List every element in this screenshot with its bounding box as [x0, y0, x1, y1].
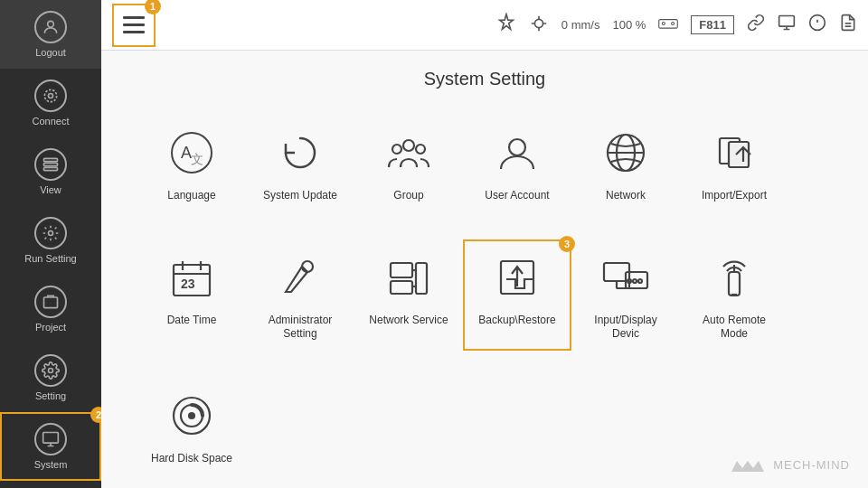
setting-item-backup-restore[interactable]: Backup\Restore 3	[463, 239, 571, 351]
svg-text:23: 23	[181, 277, 195, 291]
sidebar-item-project[interactable]: Project	[0, 275, 101, 343]
model-label: F811	[691, 15, 734, 34]
sidebar-item-label: View	[40, 184, 61, 195]
setting-label-language: Language	[167, 189, 215, 203]
main-area: 1 0 mm/s 100 % F8	[101, 0, 868, 488]
sidebar-item-label: Project	[35, 322, 66, 333]
svg-point-14	[672, 23, 675, 25]
setting-label-network-service: Network Service	[369, 314, 448, 328]
svg-point-24	[403, 140, 414, 151]
setting-label-user-account: User Account	[485, 189, 549, 203]
setting-label-administrator-setting: Administrator Setting	[269, 314, 333, 342]
user-account-icon	[488, 124, 546, 182]
setting-item-system-update[interactable]: System Update	[246, 115, 354, 212]
setting-label-hard-disk-space: Hard Disk Space	[151, 452, 232, 466]
backup-restore-icon	[488, 249, 546, 306]
setting-label-group: Group	[393, 189, 423, 203]
topbar-link-button[interactable]	[747, 14, 765, 36]
date-time-icon: 23	[163, 249, 221, 306]
sidebar-item-shutdown[interactable]: Shutdown	[0, 481, 101, 488]
topbar-info: 0 mm/s 100 % F811	[496, 13, 857, 37]
backup-restore-badge: 3	[559, 236, 575, 252]
svg-point-56	[189, 413, 194, 418]
sidebar-item-run-setting[interactable]: Run Setting	[0, 206, 101, 275]
svg-rect-42	[416, 263, 427, 294]
svg-text:文: 文	[191, 152, 203, 166]
svg-rect-32	[729, 142, 749, 167]
svg-point-50	[633, 279, 637, 283]
setting-label-input-display: Input/Display Devic	[580, 314, 671, 342]
system-update-icon	[271, 124, 329, 182]
project-icon	[34, 286, 67, 318]
menu-bar-2	[123, 23, 145, 26]
svg-rect-41	[391, 281, 412, 294]
robot-icon	[658, 16, 678, 33]
sidebar-item-view[interactable]: View	[0, 137, 101, 206]
sidebar-item-label: Run Setting	[24, 253, 76, 264]
topbar-info-button[interactable]	[808, 14, 826, 36]
svg-rect-9	[43, 433, 59, 444]
sidebar-item-label: Setting	[35, 390, 66, 401]
setting-label-import-export: Import/Export	[702, 189, 767, 203]
settings-grid: A 文 Language System Update	[137, 115, 832, 474]
setting-item-network[interactable]: Network	[571, 115, 680, 212]
svg-point-1	[49, 94, 53, 99]
page-title: System Setting	[137, 69, 832, 89]
hard-disk-space-icon	[163, 387, 221, 445]
svg-point-25	[392, 145, 401, 154]
topbar-percent: 100 %	[612, 18, 646, 32]
svg-rect-4	[44, 163, 58, 165]
language-icon: A 文	[163, 124, 221, 182]
network-service-icon	[380, 249, 438, 306]
setting-item-user-account[interactable]: User Account	[463, 115, 571, 212]
topbar-display-button[interactable]	[778, 14, 796, 36]
setting-item-date-time[interactable]: 23 Date Time	[137, 239, 246, 351]
setting-item-input-display[interactable]: Input/Display Devic	[571, 239, 680, 351]
setting-label-backup-restore: Backup\Restore	[478, 314, 555, 328]
menu-badge: 1	[145, 0, 161, 14]
sidebar-item-connect[interactable]: Connect	[0, 69, 101, 137]
sidebar-item-system[interactable]: System 2	[0, 412, 101, 481]
import-export-icon	[705, 124, 763, 182]
setting-icon	[34, 354, 67, 387]
setting-label-network: Network	[606, 189, 646, 203]
setting-item-administrator-setting[interactable]: Administrator Setting	[246, 239, 354, 351]
topbar-doc-button[interactable]	[839, 14, 857, 36]
sidebar: Logout Connect View Run Setting	[0, 0, 101, 488]
setting-label-system-update: System Update	[263, 189, 337, 203]
system-icon	[34, 423, 67, 455]
setting-item-language[interactable]: A 文 Language	[137, 115, 246, 212]
network-icon	[597, 124, 655, 182]
input-display-icon	[597, 249, 655, 306]
connect-status-icon	[496, 13, 516, 37]
content-area: System Setting A 文 Language	[101, 51, 868, 488]
sidebar-item-setting[interactable]: Setting	[0, 343, 101, 412]
svg-rect-3	[44, 158, 58, 161]
svg-point-27	[509, 139, 525, 155]
svg-rect-52	[729, 272, 740, 296]
setting-item-import-export[interactable]: Import/Export	[680, 115, 788, 212]
topbar-speed-icon	[529, 14, 549, 36]
svg-rect-12	[659, 20, 678, 29]
setting-item-auto-remote-mode[interactable]: Auto Remote Mode	[680, 239, 788, 351]
menu-button[interactable]: 1	[112, 4, 156, 47]
menu-bar-1	[123, 16, 145, 19]
svg-point-13	[663, 23, 665, 25]
setting-item-network-service[interactable]: Network Service	[354, 239, 463, 351]
svg-point-0	[48, 21, 54, 27]
setting-item-group[interactable]: Group	[354, 115, 463, 212]
svg-point-2	[44, 89, 56, 101]
view-icon	[34, 148, 67, 181]
connect-icon	[34, 80, 67, 112]
svg-rect-40	[391, 263, 412, 277]
svg-rect-15	[779, 16, 795, 27]
sidebar-item-logout[interactable]: Logout	[0, 0, 101, 69]
administrator-setting-icon	[271, 249, 329, 306]
run-setting-icon	[34, 217, 67, 249]
setting-label-date-time: Date Time	[167, 314, 217, 328]
svg-point-6	[49, 231, 53, 236]
setting-item-hard-disk-space[interactable]: Hard Disk Space	[137, 378, 246, 475]
menu-bar-3	[123, 31, 145, 33]
logout-icon	[34, 11, 67, 43]
svg-point-8	[49, 369, 53, 373]
